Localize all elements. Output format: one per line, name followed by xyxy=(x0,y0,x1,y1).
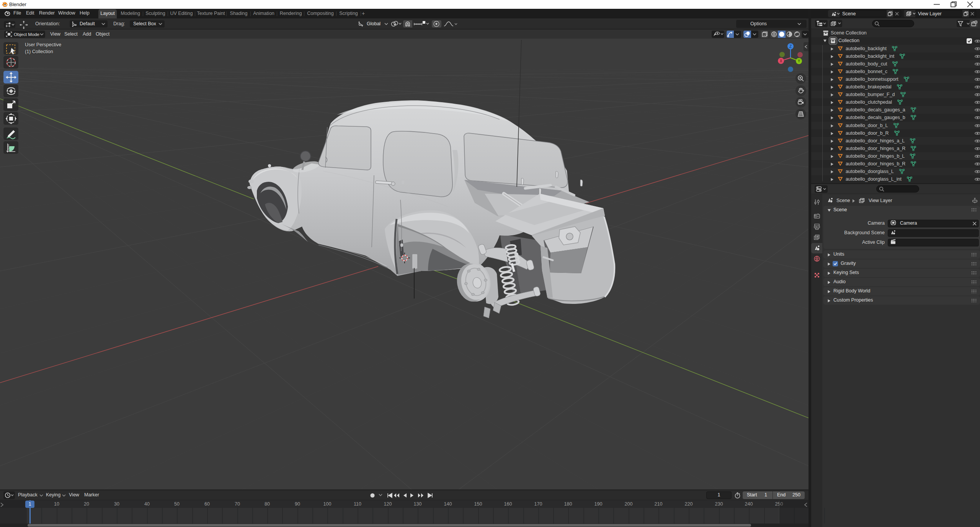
svg-text:Z: Z xyxy=(789,44,792,49)
svg-text:Y: Y xyxy=(798,59,800,63)
svg-text:X: X xyxy=(780,59,782,63)
